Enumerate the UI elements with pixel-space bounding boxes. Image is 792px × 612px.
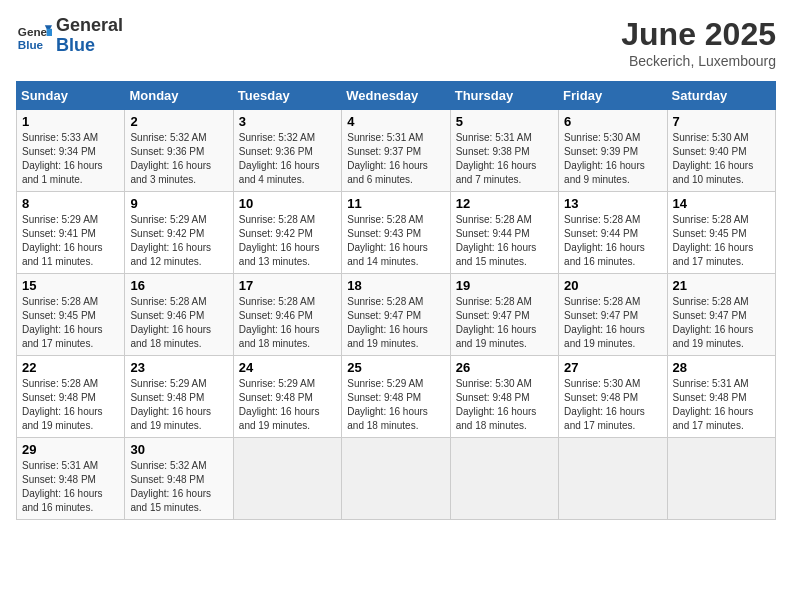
day-info: Sunrise: 5:30 AMSunset: 9:39 PMDaylight:… — [564, 131, 661, 187]
calendar-cell: 27Sunrise: 5:30 AMSunset: 9:48 PMDayligh… — [559, 356, 667, 438]
weekday-header-tuesday: Tuesday — [233, 82, 341, 110]
day-info: Sunrise: 5:28 AMSunset: 9:47 PMDaylight:… — [347, 295, 444, 351]
calendar-cell: 20Sunrise: 5:28 AMSunset: 9:47 PMDayligh… — [559, 274, 667, 356]
day-number: 23 — [130, 360, 227, 375]
calendar-cell — [233, 438, 341, 520]
weekday-header-wednesday: Wednesday — [342, 82, 450, 110]
day-number: 20 — [564, 278, 661, 293]
day-info: Sunrise: 5:30 AMSunset: 9:48 PMDaylight:… — [564, 377, 661, 433]
calendar-cell: 13Sunrise: 5:28 AMSunset: 9:44 PMDayligh… — [559, 192, 667, 274]
logo-icon: General Blue — [16, 18, 52, 54]
calendar-cell: 1Sunrise: 5:33 AMSunset: 9:34 PMDaylight… — [17, 110, 125, 192]
day-number: 2 — [130, 114, 227, 129]
day-number: 5 — [456, 114, 553, 129]
month-title: June 2025 — [621, 16, 776, 53]
calendar-cell: 17Sunrise: 5:28 AMSunset: 9:46 PMDayligh… — [233, 274, 341, 356]
calendar-cell: 10Sunrise: 5:28 AMSunset: 9:42 PMDayligh… — [233, 192, 341, 274]
calendar-cell: 29Sunrise: 5:31 AMSunset: 9:48 PMDayligh… — [17, 438, 125, 520]
calendar-cell: 19Sunrise: 5:28 AMSunset: 9:47 PMDayligh… — [450, 274, 558, 356]
calendar-cell: 4Sunrise: 5:31 AMSunset: 9:37 PMDaylight… — [342, 110, 450, 192]
calendar-cell — [667, 438, 775, 520]
day-number: 18 — [347, 278, 444, 293]
day-number: 3 — [239, 114, 336, 129]
day-info: Sunrise: 5:28 AMSunset: 9:43 PMDaylight:… — [347, 213, 444, 269]
day-info: Sunrise: 5:29 AMSunset: 9:48 PMDaylight:… — [347, 377, 444, 433]
calendar-week-row: 8Sunrise: 5:29 AMSunset: 9:41 PMDaylight… — [17, 192, 776, 274]
calendar-week-row: 15Sunrise: 5:28 AMSunset: 9:45 PMDayligh… — [17, 274, 776, 356]
calendar-cell: 16Sunrise: 5:28 AMSunset: 9:46 PMDayligh… — [125, 274, 233, 356]
day-number: 1 — [22, 114, 119, 129]
day-info: Sunrise: 5:28 AMSunset: 9:46 PMDaylight:… — [130, 295, 227, 351]
title-block: June 2025 Beckerich, Luxembourg — [621, 16, 776, 69]
calendar-table: SundayMondayTuesdayWednesdayThursdayFrid… — [16, 81, 776, 520]
logo-text: General Blue — [56, 16, 123, 56]
calendar-cell — [342, 438, 450, 520]
logo-blue: Blue — [56, 36, 123, 56]
day-number: 8 — [22, 196, 119, 211]
day-number: 10 — [239, 196, 336, 211]
weekday-header-friday: Friday — [559, 82, 667, 110]
calendar-cell: 26Sunrise: 5:30 AMSunset: 9:48 PMDayligh… — [450, 356, 558, 438]
day-number: 26 — [456, 360, 553, 375]
day-number: 14 — [673, 196, 770, 211]
calendar-week-row: 1Sunrise: 5:33 AMSunset: 9:34 PMDaylight… — [17, 110, 776, 192]
day-number: 19 — [456, 278, 553, 293]
weekday-header-saturday: Saturday — [667, 82, 775, 110]
calendar-cell: 15Sunrise: 5:28 AMSunset: 9:45 PMDayligh… — [17, 274, 125, 356]
day-info: Sunrise: 5:28 AMSunset: 9:45 PMDaylight:… — [22, 295, 119, 351]
day-number: 21 — [673, 278, 770, 293]
calendar-cell: 7Sunrise: 5:30 AMSunset: 9:40 PMDaylight… — [667, 110, 775, 192]
calendar-cell: 24Sunrise: 5:29 AMSunset: 9:48 PMDayligh… — [233, 356, 341, 438]
day-info: Sunrise: 5:32 AMSunset: 9:48 PMDaylight:… — [130, 459, 227, 515]
calendar-cell: 22Sunrise: 5:28 AMSunset: 9:48 PMDayligh… — [17, 356, 125, 438]
day-number: 17 — [239, 278, 336, 293]
day-number: 28 — [673, 360, 770, 375]
day-info: Sunrise: 5:30 AMSunset: 9:48 PMDaylight:… — [456, 377, 553, 433]
weekday-header-monday: Monday — [125, 82, 233, 110]
day-info: Sunrise: 5:31 AMSunset: 9:48 PMDaylight:… — [673, 377, 770, 433]
day-info: Sunrise: 5:28 AMSunset: 9:42 PMDaylight:… — [239, 213, 336, 269]
day-info: Sunrise: 5:31 AMSunset: 9:38 PMDaylight:… — [456, 131, 553, 187]
day-info: Sunrise: 5:32 AMSunset: 9:36 PMDaylight:… — [130, 131, 227, 187]
calendar-header-row: SundayMondayTuesdayWednesdayThursdayFrid… — [17, 82, 776, 110]
calendar-cell: 9Sunrise: 5:29 AMSunset: 9:42 PMDaylight… — [125, 192, 233, 274]
day-number: 7 — [673, 114, 770, 129]
logo: General Blue General Blue — [16, 16, 123, 56]
calendar-cell: 21Sunrise: 5:28 AMSunset: 9:47 PMDayligh… — [667, 274, 775, 356]
day-number: 4 — [347, 114, 444, 129]
calendar-week-row: 22Sunrise: 5:28 AMSunset: 9:48 PMDayligh… — [17, 356, 776, 438]
svg-marker-3 — [47, 29, 52, 36]
calendar-cell: 3Sunrise: 5:32 AMSunset: 9:36 PMDaylight… — [233, 110, 341, 192]
day-info: Sunrise: 5:28 AMSunset: 9:47 PMDaylight:… — [673, 295, 770, 351]
day-number: 27 — [564, 360, 661, 375]
day-info: Sunrise: 5:29 AMSunset: 9:48 PMDaylight:… — [239, 377, 336, 433]
calendar-cell: 18Sunrise: 5:28 AMSunset: 9:47 PMDayligh… — [342, 274, 450, 356]
day-info: Sunrise: 5:28 AMSunset: 9:48 PMDaylight:… — [22, 377, 119, 433]
calendar-cell: 12Sunrise: 5:28 AMSunset: 9:44 PMDayligh… — [450, 192, 558, 274]
day-number: 6 — [564, 114, 661, 129]
day-info: Sunrise: 5:32 AMSunset: 9:36 PMDaylight:… — [239, 131, 336, 187]
calendar-cell: 5Sunrise: 5:31 AMSunset: 9:38 PMDaylight… — [450, 110, 558, 192]
day-number: 25 — [347, 360, 444, 375]
calendar-cell: 2Sunrise: 5:32 AMSunset: 9:36 PMDaylight… — [125, 110, 233, 192]
calendar-cell: 11Sunrise: 5:28 AMSunset: 9:43 PMDayligh… — [342, 192, 450, 274]
day-number: 22 — [22, 360, 119, 375]
day-number: 12 — [456, 196, 553, 211]
weekday-header-thursday: Thursday — [450, 82, 558, 110]
day-info: Sunrise: 5:28 AMSunset: 9:47 PMDaylight:… — [564, 295, 661, 351]
day-number: 9 — [130, 196, 227, 211]
day-number: 29 — [22, 442, 119, 457]
day-info: Sunrise: 5:29 AMSunset: 9:41 PMDaylight:… — [22, 213, 119, 269]
page-header: General Blue General Blue June 2025 Beck… — [16, 16, 776, 69]
day-info: Sunrise: 5:31 AMSunset: 9:48 PMDaylight:… — [22, 459, 119, 515]
day-info: Sunrise: 5:33 AMSunset: 9:34 PMDaylight:… — [22, 131, 119, 187]
day-number: 11 — [347, 196, 444, 211]
calendar-cell: 23Sunrise: 5:29 AMSunset: 9:48 PMDayligh… — [125, 356, 233, 438]
location: Beckerich, Luxembourg — [621, 53, 776, 69]
day-number: 15 — [22, 278, 119, 293]
day-number: 30 — [130, 442, 227, 457]
calendar-cell — [450, 438, 558, 520]
weekday-header-sunday: Sunday — [17, 82, 125, 110]
calendar-cell — [559, 438, 667, 520]
calendar-cell: 30Sunrise: 5:32 AMSunset: 9:48 PMDayligh… — [125, 438, 233, 520]
